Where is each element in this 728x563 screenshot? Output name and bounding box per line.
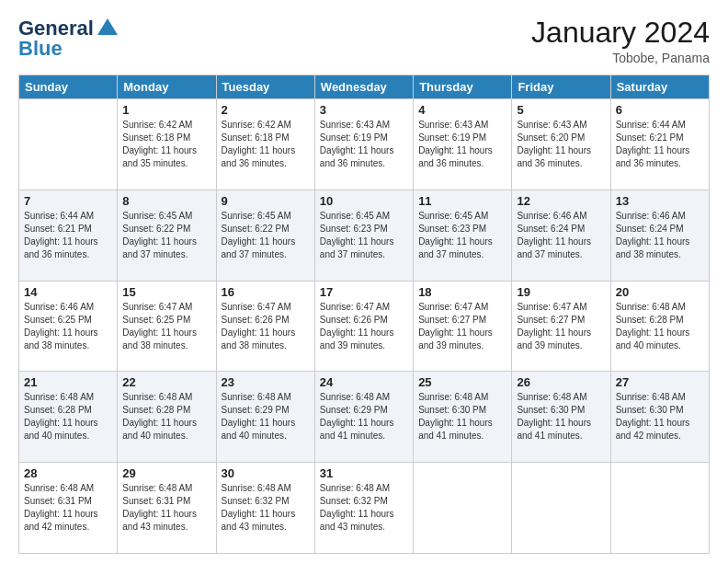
day-number: 4 [418, 103, 506, 117]
calendar-cell: 17Sunrise: 6:47 AM Sunset: 6:26 PM Dayli… [314, 281, 413, 372]
day-info: Sunrise: 6:46 AM Sunset: 6:24 PM Dayligh… [616, 210, 704, 261]
month-title: January 2024 [531, 17, 710, 49]
day-info: Sunrise: 6:48 AM Sunset: 6:31 PM Dayligh… [24, 482, 112, 534]
weekday-header-tuesday: Tuesday [216, 75, 314, 99]
day-info: Sunrise: 6:43 AM Sunset: 6:19 PM Dayligh… [320, 119, 408, 170]
day-info: Sunrise: 6:48 AM Sunset: 6:29 PM Dayligh… [222, 391, 310, 442]
calendar-cell: 16Sunrise: 6:47 AM Sunset: 6:26 PM Dayli… [216, 281, 314, 372]
day-info: Sunrise: 6:47 AM Sunset: 6:26 PM Dayligh… [320, 301, 408, 352]
calendar-cell: 6Sunrise: 6:44 AM Sunset: 6:21 PM Daylig… [610, 99, 709, 190]
page: General Blue January 2024 Tobobe, Panama… [0, 0, 728, 563]
day-info: Sunrise: 6:48 AM Sunset: 6:28 PM Dayligh… [122, 391, 210, 442]
day-info: Sunrise: 6:48 AM Sunset: 6:29 PM Dayligh… [320, 391, 408, 442]
calendar-cell: 3Sunrise: 6:43 AM Sunset: 6:19 PM Daylig… [314, 99, 413, 190]
day-number: 2 [222, 103, 310, 117]
day-info: Sunrise: 6:42 AM Sunset: 6:18 PM Dayligh… [222, 119, 310, 170]
day-info: Sunrise: 6:45 AM Sunset: 6:23 PM Dayligh… [418, 210, 506, 261]
calendar-cell: 29Sunrise: 6:48 AM Sunset: 6:31 PM Dayli… [118, 463, 216, 554]
calendar-cell: 31Sunrise: 6:48 AM Sunset: 6:32 PM Dayli… [314, 463, 413, 554]
day-number: 21 [24, 375, 112, 389]
day-number: 5 [517, 103, 605, 117]
calendar-cell: 15Sunrise: 6:47 AM Sunset: 6:25 PM Dayli… [118, 281, 216, 372]
calendar-cell: 24Sunrise: 6:48 AM Sunset: 6:29 PM Dayli… [314, 372, 413, 463]
day-info: Sunrise: 6:43 AM Sunset: 6:19 PM Dayligh… [418, 119, 506, 170]
day-info: Sunrise: 6:47 AM Sunset: 6:25 PM Dayligh… [122, 301, 210, 352]
calendar-week-row: 28Sunrise: 6:48 AM Sunset: 6:31 PM Dayli… [19, 463, 710, 554]
day-number: 26 [517, 375, 605, 389]
weekday-header-wednesday: Wednesday [314, 75, 413, 99]
day-number: 20 [616, 285, 704, 299]
day-info: Sunrise: 6:45 AM Sunset: 6:23 PM Dayligh… [320, 210, 408, 261]
calendar-cell: 26Sunrise: 6:48 AM Sunset: 6:30 PM Dayli… [512, 372, 610, 463]
day-info: Sunrise: 6:48 AM Sunset: 6:28 PM Dayligh… [616, 301, 704, 352]
day-number: 17 [320, 285, 408, 299]
day-number: 30 [222, 466, 310, 480]
calendar-cell: 28Sunrise: 6:48 AM Sunset: 6:31 PM Dayli… [19, 463, 118, 554]
day-info: Sunrise: 6:43 AM Sunset: 6:20 PM Dayligh… [517, 119, 605, 170]
calendar-cell: 21Sunrise: 6:48 AM Sunset: 6:28 PM Dayli… [19, 372, 118, 463]
day-info: Sunrise: 6:45 AM Sunset: 6:22 PM Dayligh… [122, 210, 210, 261]
day-number: 22 [122, 375, 210, 389]
day-info: Sunrise: 6:48 AM Sunset: 6:30 PM Dayligh… [517, 391, 605, 442]
calendar-cell: 14Sunrise: 6:46 AM Sunset: 6:25 PM Dayli… [19, 281, 118, 372]
calendar-cell: 19Sunrise: 6:47 AM Sunset: 6:27 PM Dayli… [512, 281, 610, 372]
calendar-cell: 9Sunrise: 6:45 AM Sunset: 6:22 PM Daylig… [216, 190, 314, 281]
calendar-header-row: SundayMondayTuesdayWednesdayThursdayFrid… [19, 75, 710, 99]
day-number: 11 [418, 194, 506, 208]
calendar-week-row: 1Sunrise: 6:42 AM Sunset: 6:18 PM Daylig… [19, 99, 710, 190]
calendar-cell [610, 463, 709, 554]
calendar-week-row: 7Sunrise: 6:44 AM Sunset: 6:21 PM Daylig… [19, 190, 710, 281]
day-info: Sunrise: 6:44 AM Sunset: 6:21 PM Dayligh… [24, 210, 112, 261]
day-number: 27 [616, 375, 704, 389]
day-info: Sunrise: 6:48 AM Sunset: 6:30 PM Dayligh… [616, 391, 704, 442]
weekday-header-monday: Monday [118, 75, 216, 99]
calendar-cell: 22Sunrise: 6:48 AM Sunset: 6:28 PM Dayli… [118, 372, 216, 463]
calendar-cell [414, 463, 512, 554]
day-number: 12 [517, 194, 605, 208]
calendar-cell: 2Sunrise: 6:42 AM Sunset: 6:18 PM Daylig… [216, 99, 314, 190]
day-number: 10 [320, 194, 408, 208]
day-number: 28 [24, 466, 112, 480]
svg-marker-0 [97, 18, 118, 35]
day-info: Sunrise: 6:48 AM Sunset: 6:28 PM Dayligh… [24, 391, 112, 442]
weekday-header-thursday: Thursday [414, 75, 512, 99]
day-number: 1 [122, 103, 210, 117]
calendar-cell [19, 99, 118, 190]
calendar-cell: 4Sunrise: 6:43 AM Sunset: 6:19 PM Daylig… [414, 99, 512, 190]
day-number: 9 [222, 194, 310, 208]
day-number: 29 [122, 466, 210, 480]
day-number: 23 [222, 375, 310, 389]
day-info: Sunrise: 6:47 AM Sunset: 6:27 PM Dayligh… [418, 301, 506, 352]
calendar-cell: 8Sunrise: 6:45 AM Sunset: 6:22 PM Daylig… [118, 190, 216, 281]
day-number: 25 [418, 375, 506, 389]
day-info: Sunrise: 6:47 AM Sunset: 6:27 PM Dayligh… [517, 301, 605, 352]
day-info: Sunrise: 6:48 AM Sunset: 6:30 PM Dayligh… [418, 391, 506, 442]
calendar-cell: 12Sunrise: 6:46 AM Sunset: 6:24 PM Dayli… [512, 190, 610, 281]
day-info: Sunrise: 6:48 AM Sunset: 6:32 PM Dayligh… [222, 482, 310, 534]
day-number: 24 [320, 375, 408, 389]
day-info: Sunrise: 6:48 AM Sunset: 6:31 PM Dayligh… [122, 482, 210, 534]
calendar-cell: 11Sunrise: 6:45 AM Sunset: 6:23 PM Dayli… [414, 190, 512, 281]
day-number: 3 [320, 103, 408, 117]
day-info: Sunrise: 6:42 AM Sunset: 6:18 PM Dayligh… [122, 119, 210, 170]
day-info: Sunrise: 6:46 AM Sunset: 6:24 PM Dayligh… [517, 210, 605, 261]
day-info: Sunrise: 6:48 AM Sunset: 6:32 PM Dayligh… [320, 482, 408, 534]
day-number: 18 [418, 285, 506, 299]
calendar-cell: 1Sunrise: 6:42 AM Sunset: 6:18 PM Daylig… [118, 99, 216, 190]
calendar-week-row: 14Sunrise: 6:46 AM Sunset: 6:25 PM Dayli… [19, 281, 710, 372]
day-number: 13 [616, 194, 704, 208]
location: Tobobe, Panama [531, 51, 710, 65]
calendar-cell: 27Sunrise: 6:48 AM Sunset: 6:30 PM Dayli… [610, 372, 709, 463]
day-info: Sunrise: 6:47 AM Sunset: 6:26 PM Dayligh… [222, 301, 310, 352]
day-number: 15 [122, 285, 210, 299]
calendar-cell: 18Sunrise: 6:47 AM Sunset: 6:27 PM Dayli… [414, 281, 512, 372]
calendar-cell: 30Sunrise: 6:48 AM Sunset: 6:32 PM Dayli… [216, 463, 314, 554]
logo-icon [96, 17, 119, 40]
weekday-header-saturday: Saturday [610, 75, 709, 99]
title-section: January 2024 Tobobe, Panama [531, 17, 710, 65]
day-number: 14 [24, 285, 112, 299]
weekday-header-sunday: Sunday [19, 75, 118, 99]
calendar-cell: 10Sunrise: 6:45 AM Sunset: 6:23 PM Dayli… [314, 190, 413, 281]
day-info: Sunrise: 6:45 AM Sunset: 6:22 PM Dayligh… [222, 210, 310, 261]
logo: General Blue [18, 17, 119, 61]
